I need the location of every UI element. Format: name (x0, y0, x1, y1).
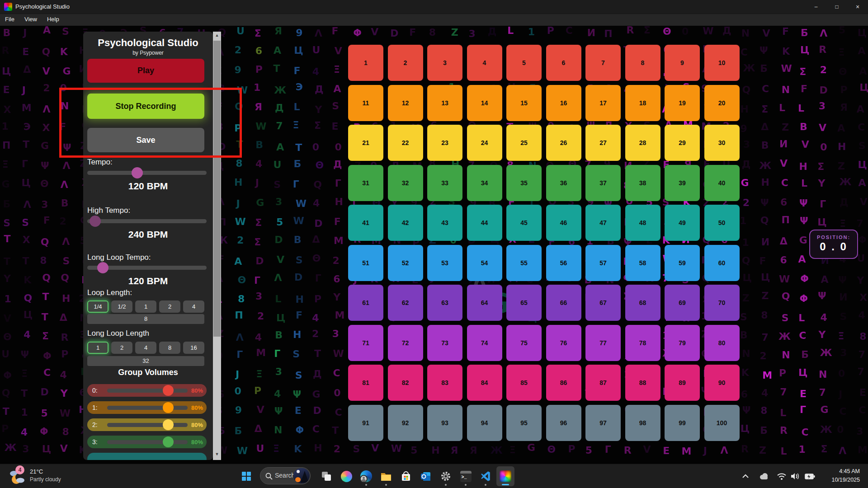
grid-cell-64[interactable]: 64 (467, 285, 502, 321)
grid-cell-50[interactable]: 50 (704, 205, 740, 241)
grid-cell-41[interactable]: 41 (348, 205, 383, 241)
grid-cell-13[interactable]: 13 (427, 85, 462, 121)
group-volume-thumb-1[interactable] (163, 402, 174, 413)
onedrive-cloud-icon[interactable] (758, 472, 770, 481)
grid-cell-87[interactable]: 87 (585, 365, 621, 401)
grid-cell-59[interactable]: 59 (665, 245, 700, 281)
terminal-button[interactable]: >_ (457, 466, 475, 486)
grid-cell-88[interactable]: 88 (625, 365, 660, 401)
grid-cell-58[interactable]: 58 (625, 245, 660, 281)
loop-length-option-0[interactable]: 1/4 (87, 300, 108, 313)
tray-chevron-up-icon[interactable] (741, 472, 750, 481)
grid-cell-20[interactable]: 20 (704, 85, 740, 121)
grid-cell-98[interactable]: 98 (625, 405, 660, 441)
settings-button[interactable] (437, 466, 455, 486)
minimize-button[interactable]: – (806, 0, 826, 14)
scrollbar-thumb[interactable] (213, 41, 221, 337)
vscode-button[interactable] (476, 466, 495, 486)
edge-button[interactable] (357, 466, 375, 486)
grid-cell-61[interactable]: 61 (348, 285, 383, 321)
search-highlight-image[interactable] (293, 468, 310, 483)
grid-cell-73[interactable]: 73 (427, 325, 462, 361)
grid-cell-7[interactable]: 7 (585, 45, 621, 81)
grid-cell-52[interactable]: 52 (388, 245, 423, 281)
grid-cell-82[interactable]: 82 (388, 365, 423, 401)
group-volume-slider-3[interactable] (107, 440, 188, 444)
grid-cell-72[interactable]: 72 (388, 325, 423, 361)
loop-length-option-4[interactable]: 4 (183, 300, 204, 313)
grid-cell-6[interactable]: 6 (546, 45, 581, 81)
grid-cell-44[interactable]: 44 (467, 205, 502, 241)
grid-cell-49[interactable]: 49 (665, 205, 700, 241)
copilot-button[interactable] (337, 466, 355, 486)
menu-item-help[interactable]: Help (42, 14, 64, 24)
grid-cell-34[interactable]: 34 (467, 165, 502, 201)
loop-length-option-8[interactable]: 8 (87, 314, 204, 324)
grid-cell-100[interactable]: 100 (704, 405, 740, 441)
tempo-slider-thumb[interactable] (132, 167, 143, 178)
task-view-button[interactable] (317, 466, 335, 486)
grid-cell-18[interactable]: 18 (625, 85, 660, 121)
grid-cell-28[interactable]: 28 (625, 125, 660, 161)
grid-cell-65[interactable]: 65 (506, 285, 542, 321)
grid-cell-97[interactable]: 97 (585, 405, 621, 441)
grid-cell-33[interactable]: 33 (427, 165, 462, 201)
grid-cell-26[interactable]: 26 (546, 125, 581, 161)
grid-cell-43[interactable]: 43 (427, 205, 462, 241)
play-button[interactable]: Play (87, 59, 204, 83)
maximize-button[interactable]: □ (826, 0, 847, 14)
grid-cell-99[interactable]: 99 (665, 405, 700, 441)
grid-cell-19[interactable]: 19 (665, 85, 700, 121)
grid-cell-80[interactable]: 80 (704, 325, 740, 361)
grid-cell-40[interactable]: 40 (704, 165, 740, 201)
grid-cell-81[interactable]: 81 (348, 365, 383, 401)
grid-cell-68[interactable]: 68 (625, 285, 660, 321)
grid-cell-62[interactable]: 62 (388, 285, 423, 321)
grid-cell-3[interactable]: 3 (427, 45, 462, 81)
grid-cell-21[interactable]: 21 (348, 125, 383, 161)
grid-cell-93[interactable]: 93 (427, 405, 462, 441)
grid-cell-66[interactable]: 66 (546, 285, 581, 321)
long-loop-tempo-slider-thumb[interactable] (97, 262, 108, 273)
scrollbar-down-arrow[interactable]: ▼ (213, 452, 221, 456)
group-volume-thumb-3[interactable] (163, 436, 174, 447)
group-volume-thumb-0[interactable] (163, 385, 174, 396)
grid-cell-9[interactable]: 9 (665, 45, 700, 81)
grid-cell-31[interactable]: 31 (348, 165, 383, 201)
long-loop-length-option-2[interactable]: 4 (135, 342, 156, 354)
scrollbar-up-arrow[interactable]: ▲ (213, 33, 221, 38)
menu-item-view[interactable]: View (19, 14, 42, 24)
grid-cell-32[interactable]: 32 (388, 165, 423, 201)
grid-cell-30[interactable]: 30 (704, 125, 740, 161)
grid-cell-35[interactable]: 35 (506, 165, 542, 201)
grid-cell-90[interactable]: 90 (704, 365, 740, 401)
grid-cell-22[interactable]: 22 (388, 125, 423, 161)
high-tempo-slider[interactable] (87, 219, 207, 223)
grid-cell-63[interactable]: 63 (427, 285, 462, 321)
grid-cell-1[interactable]: 1 (348, 45, 383, 81)
grid-cell-96[interactable]: 96 (546, 405, 581, 441)
grid-cell-25[interactable]: 25 (506, 125, 542, 161)
grid-cell-42[interactable]: 42 (388, 205, 423, 241)
grid-cell-91[interactable]: 91 (348, 405, 383, 441)
grid-cell-45[interactable]: 45 (506, 205, 542, 241)
grid-cell-10[interactable]: 10 (704, 45, 740, 81)
grid-cell-29[interactable]: 29 (665, 125, 700, 161)
long-loop-tempo-slider[interactable] (87, 266, 207, 270)
loop-length-option-2[interactable]: 1 (135, 300, 156, 313)
grid-cell-57[interactable]: 57 (585, 245, 621, 281)
grid-cell-56[interactable]: 56 (546, 245, 581, 281)
volume-icon[interactable] (790, 472, 801, 481)
microsoft-store-button[interactable] (397, 466, 415, 486)
grid-cell-17[interactable]: 17 (585, 85, 621, 121)
grid-cell-39[interactable]: 39 (665, 165, 700, 201)
tempo-slider[interactable] (87, 171, 207, 175)
grid-cell-83[interactable]: 83 (427, 365, 462, 401)
grid-cell-12[interactable]: 12 (388, 85, 423, 121)
grid-cell-70[interactable]: 70 (704, 285, 740, 321)
grid-cell-95[interactable]: 95 (506, 405, 542, 441)
grid-cell-24[interactable]: 24 (467, 125, 502, 161)
psychological-studio-app-button[interactable] (496, 466, 514, 486)
grid-cell-75[interactable]: 75 (506, 325, 542, 361)
grid-cell-4[interactable]: 4 (467, 45, 502, 81)
